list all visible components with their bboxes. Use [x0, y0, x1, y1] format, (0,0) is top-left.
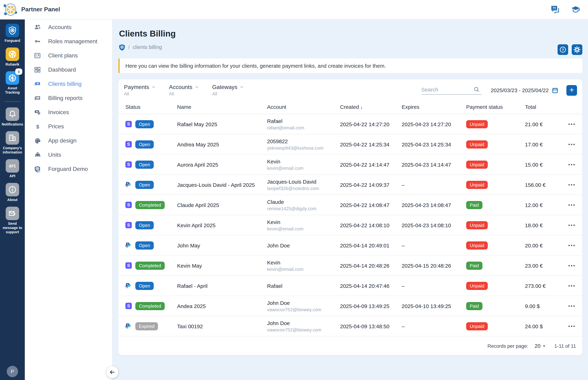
table-row[interactable]: SOpenAurora April 2025Kevinkevin@email.c… [118, 154, 582, 175]
row-actions-button[interactable]: ●●● [568, 304, 579, 308]
api-icon: API [6, 159, 19, 173]
table-row[interactable]: PPOpenRafael - AprilRafael2025-04-14 20:… [118, 276, 582, 296]
sidebar-item-client-plans[interactable]: Client plans [25, 49, 112, 63]
rail-tool-send-message-to-support[interactable]: Send message to support [1, 207, 24, 234]
created-at: 2025-04-22 14:25:34 [340, 141, 402, 147]
status-badge: Open [135, 181, 154, 189]
collapse-sidebar-button[interactable] [106, 366, 118, 378]
col-payment-status[interactable]: Payment status [466, 104, 525, 110]
account-email: laxipef326@notedns.com [267, 186, 340, 191]
col-expires[interactable]: Expires [402, 104, 466, 110]
table-row[interactable]: SCompletedAndea 2025John Doevawocov752@b… [118, 296, 582, 316]
total-amount: 156.00 € [525, 182, 568, 188]
paypal-gateway-icon: PP [125, 282, 132, 289]
search-icon [473, 86, 480, 93]
sidebar-item-forguard-demo[interactable]: Forguard Demo [25, 162, 112, 176]
total-amount: 12.00 € [525, 202, 568, 208]
col-account[interactable]: Account [267, 104, 340, 110]
shield-icon[interactable] [119, 44, 125, 51]
table-row[interactable]: SOpenKevin April 2025Kevinkevin@email.co… [118, 215, 582, 235]
account-email: vawocov752@biowey.com [267, 327, 340, 332]
user-avatar[interactable]: P [7, 366, 18, 377]
help-button[interactable]: ? [557, 44, 568, 55]
filter-payments-dropdown[interactable]: PaymentsAll [124, 84, 156, 96]
payment-status-badge: Paid [466, 261, 482, 270]
sidebar-item-roles-management[interactable]: Roles management [25, 34, 112, 49]
row-actions-button[interactable]: ●●● [568, 223, 579, 227]
invoices-icon [33, 108, 42, 117]
rail-product-asset-tracking[interactable]: Asset Tracking [1, 71, 24, 95]
col-status[interactable]: Status [125, 104, 177, 110]
sidebar-item-invoices[interactable]: Invoices [25, 105, 112, 119]
sidebar-item-label: App design [48, 137, 76, 144]
col-created[interactable]: Created↓ [340, 104, 402, 110]
status-badge: Completed [135, 261, 165, 270]
table-row[interactable]: SCompletedKevin MayKevinkevin@email.com2… [118, 256, 582, 276]
row-actions-button[interactable]: ●●● [568, 244, 579, 247]
row-actions-button[interactable]: ●●● [568, 203, 579, 207]
academy-cap-icon[interactable] [570, 4, 581, 15]
rail-product-ruhavik[interactable]: Ruhavik [1, 47, 24, 67]
row-actions-button[interactable]: ●●● [568, 163, 579, 166]
rail-product-forguard[interactable]: Forguard [1, 24, 24, 43]
row-actions-button[interactable]: ●●● [568, 284, 579, 287]
date-range-picker[interactable]: 2025/03/23 - 2025/04/22 [491, 87, 559, 94]
sidebar-item-label: Prices [48, 123, 64, 130]
filter-accounts-dropdown[interactable]: AccountsAll [169, 84, 199, 96]
sidebar-item-app-design[interactable]: App design [25, 134, 112, 148]
rail-tool-company-s-information[interactable]: Company's information [1, 131, 24, 154]
rail-divider [5, 101, 20, 102]
rail-tool-about[interactable]: About [1, 183, 24, 202]
stripe-gateway-icon: S [125, 141, 132, 148]
filter-gateways-dropdown[interactable]: GatewaysAll [212, 84, 244, 96]
search-box[interactable] [421, 86, 481, 95]
col-total[interactable]: Total [525, 104, 568, 110]
status-badge: Open [135, 241, 154, 249]
payment-status-badge: Unpaid [466, 140, 488, 148]
rail-product-label: Asset Tracking [1, 86, 24, 95]
account-email: rafael@email.com [267, 125, 340, 130]
row-actions-button[interactable]: ●●● [568, 143, 579, 146]
breadcrumb-separator: / [128, 44, 130, 50]
table-row[interactable]: SCompletedClaude April 2025Clauderemise1… [118, 195, 582, 215]
table-row[interactable]: SOpenAndrea May 20252059822yekowop943@lu… [118, 134, 582, 154]
row-actions-button[interactable]: ●●● [568, 264, 579, 267]
pagination-range: 1-11 of 11 [554, 343, 576, 349]
settings-button[interactable] [572, 44, 582, 55]
created-at: 2025-04-22 14:08:10 [340, 222, 402, 228]
rail-tool-api[interactable]: APIAPI [1, 159, 24, 178]
account-name: Kevin [267, 158, 340, 164]
table-row[interactable]: PPExpiredTaxi 00192John Doevawocov752@bi… [118, 316, 582, 336]
created-at: 2025-04-14 20:48:26 [340, 263, 402, 268]
account-name: John Doe [267, 242, 340, 248]
expires-at: – [402, 323, 466, 329]
row-actions-button[interactable]: ●●● [568, 122, 579, 126]
table-row[interactable]: SOpenRafael May 2025Rafaelrafael@email.c… [118, 114, 582, 134]
sidebar-item-label: Invoices [48, 109, 69, 115]
row-actions-button[interactable]: ●●● [568, 183, 579, 187]
rail-tool-notifications[interactable]: Notifications [1, 107, 24, 127]
support-chat-icon[interactable]: ?! [550, 4, 560, 15]
reports-icon [33, 94, 42, 102]
plans-icon [33, 51, 42, 60]
account-email: kevin@email.com [267, 226, 340, 231]
payment-name: Aurora April 2025 [177, 161, 267, 168]
table-row[interactable]: PPOpenJohn MayJohn Doe2025-04-14 20:49:0… [118, 235, 582, 256]
sidebar-item-units[interactable]: Units [25, 148, 112, 162]
sidebar-item-label: Clients billing [48, 81, 82, 87]
search-input[interactable] [421, 86, 473, 92]
expires-at: 2025-04-23 14:25:34 [402, 141, 466, 147]
table-row[interactable]: PPOpenJacques-Louis David - April 2025Ja… [118, 175, 582, 195]
sidebar-item-clients-billing[interactable]: Clients billing [25, 77, 112, 91]
status-badge: Open [135, 160, 154, 169]
created-at: 2025-04-14 20:47:46 [340, 283, 402, 289]
svg-text:?: ? [562, 48, 564, 52]
sidebar-item-dashboard[interactable]: Dashboard [25, 63, 112, 77]
sidebar-item-billing-reports[interactable]: Billing reports [25, 91, 112, 105]
sidebar-item-accounts[interactable]: Accounts [25, 20, 112, 34]
per-page-select[interactable]: 20 ▾ [535, 343, 545, 349]
sidebar-item-prices[interactable]: $Prices [25, 119, 112, 134]
col-name[interactable]: Name [177, 104, 267, 110]
add-payment-button[interactable]: + [566, 85, 577, 95]
row-actions-button[interactable]: ●●● [568, 324, 579, 328]
